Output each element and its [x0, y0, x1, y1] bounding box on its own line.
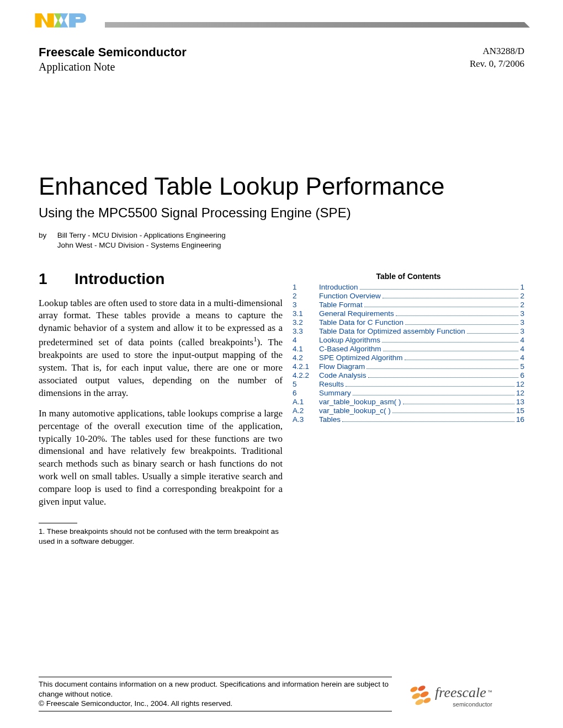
- toc-leader-dots: [383, 351, 519, 351]
- toc-entry-number: 6: [293, 389, 319, 397]
- toc-entry-label: Table Format: [319, 301, 363, 309]
- doc-number: AN3288/D: [470, 45, 524, 58]
- freescale-logo: freescale™ semiconductor: [408, 681, 524, 711]
- footer-rule-bottom: [39, 711, 392, 711]
- toc-leader-dots: [364, 307, 519, 307]
- byline: by Bill Terry - MCU Division - Applicati…: [39, 231, 524, 250]
- toc-entry-label: var_table_lookup_c( ): [319, 406, 391, 415]
- toc-leader-dots: [392, 413, 514, 413]
- doc-revision: Rev. 0, 7/2006: [470, 58, 524, 71]
- toc-row[interactable]: A.1var_table_lookup_asm( ) 13: [293, 398, 524, 406]
- document-title: Enhanced Table Lookup Performance: [39, 173, 524, 200]
- toc-entry-number: 3.2: [293, 318, 319, 326]
- toc-leader-dots: [403, 404, 514, 404]
- toc-entry-page: 4: [520, 336, 524, 344]
- toc-row[interactable]: 3.3Table Data for Optimized assembly Fun…: [293, 327, 524, 335]
- body-column: 1Introduction Lookup tables are often us…: [39, 269, 283, 547]
- paragraph: Lookup tables are often used to store da…: [39, 297, 283, 400]
- toc-title: Table of Contents: [293, 272, 524, 281]
- toc-leader-dots: [405, 324, 518, 325]
- toc-entry-page: 4: [520, 354, 524, 362]
- footer-rule-top: [39, 677, 392, 677]
- toc-row[interactable]: 4.2SPE Optimized Algorithm 4: [293, 354, 524, 362]
- toc-row[interactable]: 4.2.2Code Analysis6: [293, 371, 524, 379]
- toc-entry-number: 3.3: [293, 327, 319, 335]
- toc-row[interactable]: 4Lookup Algorithms4: [293, 336, 524, 344]
- document-subtitle: Using the MPC5500 Signal Processing Engi…: [39, 205, 524, 221]
- toc-leader-dots: [368, 377, 519, 378]
- toc-entry-page: 16: [516, 415, 524, 424]
- toc-entry-number: A.3: [293, 415, 319, 424]
- freescale-mark-icon: [408, 684, 431, 708]
- toc-row[interactable]: A.3Tables 16: [293, 415, 524, 424]
- toc-leader-dots: [396, 315, 519, 316]
- meta-row: Freescale Semiconductor Application Note…: [39, 45, 524, 73]
- toc-row[interactable]: 2Function Overview2: [293, 292, 524, 300]
- toc-leader-dots: [342, 421, 514, 422]
- toc-entry-label: var_table_lookup_asm( ): [319, 398, 401, 406]
- toc-row[interactable]: 1Introduction1: [293, 283, 524, 291]
- toc-entry-label: Table Data for C Function: [319, 318, 403, 326]
- toc-entry-number: A.1: [293, 398, 319, 406]
- freescale-logo-subtext: semiconductor: [435, 701, 492, 708]
- svg-point-1: [417, 684, 426, 692]
- toc-entry-page: 13: [516, 398, 524, 406]
- toc-row[interactable]: A.2var_table_lookup_c( ) 15: [293, 406, 524, 415]
- svg-point-0: [410, 686, 418, 693]
- footnote-rule: [39, 523, 77, 523]
- toc-entry-number: 4.1: [293, 345, 319, 353]
- footnote: 1. These breakpoints should not be confu…: [39, 527, 283, 546]
- toc-entry-number: A.2: [293, 406, 319, 415]
- toc-row[interactable]: 4.2.1Flow Diagram5: [293, 362, 524, 371]
- toc-row[interactable]: 5Results12: [293, 380, 524, 388]
- toc-entry-number: 3.1: [293, 309, 319, 318]
- toc-entry-label: SPE Optimized Algorithm: [319, 354, 403, 362]
- trademark-symbol: ™: [487, 689, 492, 695]
- toc-entry-page: 2: [520, 301, 524, 309]
- toc-row[interactable]: 3.1General Requirements 3: [293, 309, 524, 318]
- toc-leader-dots: [346, 386, 514, 387]
- toc-leader-dots: [405, 360, 519, 360]
- company-name: Freescale Semiconductor: [39, 45, 187, 60]
- doc-type: Application Note: [39, 61, 187, 73]
- byline-author2: John West - MCU Division - Systems Engin…: [57, 241, 221, 249]
- copyright-text: © Freescale Semiconductor, Inc., 2004. A…: [39, 699, 392, 709]
- toc-row[interactable]: 6Summary 12: [293, 389, 524, 397]
- svg-point-4: [415, 698, 424, 706]
- toc-entry-number: 4: [293, 336, 319, 344]
- toc-entry-page: 3: [520, 309, 524, 318]
- svg-point-5: [423, 697, 431, 704]
- section-number: 1: [39, 269, 75, 290]
- toc-entry-number: 1: [293, 283, 319, 291]
- toc-entry-number: 4.2.2: [293, 371, 319, 379]
- section-title: Introduction: [75, 270, 164, 287]
- byline-by: by: [39, 231, 55, 240]
- toc-entry-label: Lookup Algorithms: [319, 336, 380, 344]
- nxp-logo: [33, 7, 99, 34]
- toc-entry-label: Flow Diagram: [319, 362, 365, 371]
- toc-entry-label: Code Analysis: [319, 371, 367, 379]
- toc-entry-label: Function Overview: [319, 292, 381, 300]
- toc-entry-number: 2: [293, 292, 319, 300]
- toc-entry-label: Results: [319, 380, 344, 388]
- toc-entry-page: 1: [520, 283, 524, 291]
- toc-entry-number: 5: [293, 380, 319, 388]
- toc-leader-dots: [367, 368, 518, 369]
- byline-author1: Bill Terry - MCU Division - Applications…: [57, 231, 226, 239]
- svg-point-3: [419, 690, 429, 699]
- toc-entry-label: Introduction: [319, 283, 358, 291]
- paragraph: In many automotive applications, table l…: [39, 408, 283, 509]
- toc-entry-page: 2: [520, 292, 524, 300]
- toc-entry-number: 4.2: [293, 354, 319, 362]
- svg-point-2: [411, 692, 421, 700]
- toc-leader-dots: [467, 333, 519, 334]
- toc-entry-page: 3: [520, 318, 524, 326]
- toc-row[interactable]: 3Table Format2: [293, 301, 524, 309]
- toc-leader-dots: [382, 342, 518, 342]
- freescale-logo-text: freescale: [435, 684, 486, 700]
- toc-row[interactable]: 3.2Table Data for C Function 3: [293, 318, 524, 326]
- toc-leader-dots: [360, 289, 519, 290]
- toc-row[interactable]: 4.1C-Based Algorithm 4: [293, 345, 524, 353]
- toc-entry-page: 12: [516, 389, 524, 397]
- toc-entry-number: 3: [293, 301, 319, 309]
